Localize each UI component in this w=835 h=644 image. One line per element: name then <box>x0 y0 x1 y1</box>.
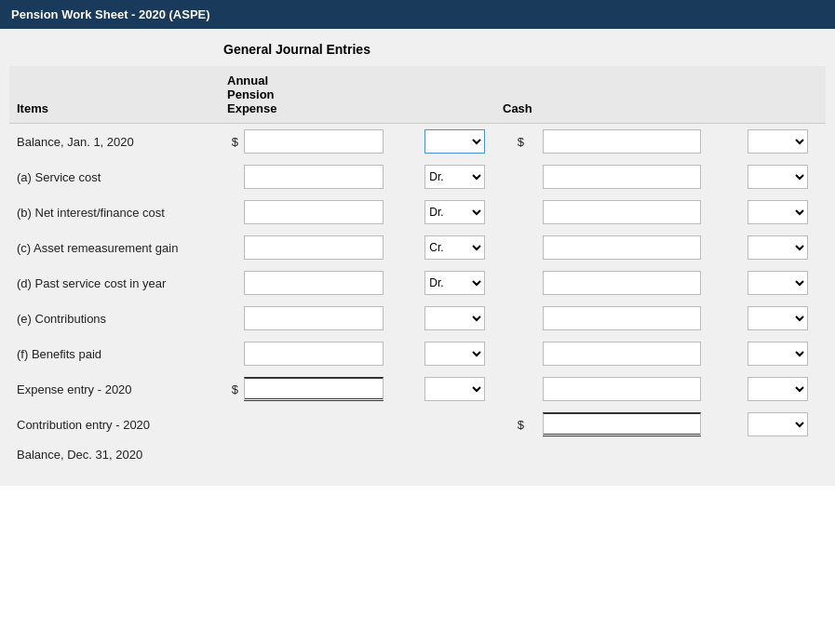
ape-select-asset-remeasurement[interactable]: Dr.Cr. <box>424 235 485 260</box>
label-balance-jan: Balance, Jan. 1, 2020 <box>9 124 223 159</box>
cash-input-balance-jan[interactable] <box>543 129 701 154</box>
label-contribution-entry: Contribution entry - 2020 <box>9 407 223 442</box>
label-service-cost: (a) Service cost <box>9 159 223 195</box>
cash-input-net-interest[interactable] <box>543 200 701 224</box>
cash-select-balance-jan[interactable]: Dr.Cr. <box>747 129 808 154</box>
ape-select-expense-entry[interactable]: Dr.Cr. <box>424 377 485 401</box>
table-row: Balance, Dec. 31, 2020 <box>9 442 826 467</box>
title-bar: Pension Work Sheet - 2020 (ASPE) <box>0 0 835 29</box>
ape-input-service-cost[interactable] <box>244 165 384 189</box>
label-contributions: (e) Contributions <box>9 301 223 336</box>
table-row: (d) Past service cost in yearDr.Cr.Dr.Cr… <box>9 265 826 301</box>
cash-input-contributions[interactable] <box>543 306 701 330</box>
table-row: (a) Service costDr.Cr.Dr.Cr. <box>9 159 826 195</box>
ape-input-net-interest[interactable] <box>244 200 384 224</box>
cash-input-asset-remeasurement[interactable] <box>543 235 701 260</box>
cash-select-benefits-paid[interactable]: Dr.Cr. <box>747 342 808 366</box>
cash-select-past-service-cost[interactable]: Dr.Cr. <box>747 271 808 295</box>
label-asset-remeasurement: (c) Asset remeasurement gain <box>9 230 223 265</box>
col-header-items: Items <box>9 101 223 115</box>
col-header-ape: Annual Pension Expense <box>223 74 447 115</box>
cash-select-net-interest[interactable]: Dr.Cr. <box>747 200 808 224</box>
label-net-interest: (b) Net interest/finance cost <box>9 195 223 230</box>
cash-select-contribution-entry[interactable]: Dr.Cr. <box>747 412 808 436</box>
table-row: (e) ContributionsDr.Cr.Dr.Cr. <box>9 301 826 336</box>
table-row: Balance, Jan. 1, 2020$Dr.Cr.$Dr.Cr. <box>9 124 826 159</box>
cash-input-expense-entry[interactable] <box>543 377 701 401</box>
ape-input-asset-remeasurement[interactable] <box>244 235 384 260</box>
ape-input-contributions[interactable] <box>244 306 384 330</box>
cash-input-contribution-entry[interactable] <box>543 412 701 436</box>
cash-select-contributions[interactable]: Dr.Cr. <box>747 306 808 330</box>
ape-input-past-service-cost[interactable] <box>244 271 384 295</box>
cash-select-service-cost[interactable]: Dr.Cr. <box>747 165 808 189</box>
table-row: (c) Asset remeasurement gainDr.Cr.Dr.Cr. <box>9 230 826 265</box>
cash-select-asset-remeasurement[interactable]: Dr.Cr. <box>747 235 808 260</box>
ape-input-expense-entry[interactable] <box>244 377 384 401</box>
label-expense-entry: Expense entry - 2020 <box>9 371 223 407</box>
label-benefits-paid: (f) Benefits paid <box>9 336 223 371</box>
ape-input-balance-jan[interactable] <box>244 129 384 154</box>
ape-select-benefits-paid[interactable]: Dr.Cr. <box>424 342 485 366</box>
cash-select-expense-entry[interactable]: Dr.Cr. <box>747 377 808 401</box>
section-title: General Journal Entries <box>223 42 826 57</box>
cash-input-past-service-cost[interactable] <box>543 271 701 295</box>
ape-select-contributions[interactable]: Dr.Cr. <box>424 306 485 330</box>
ape-select-past-service-cost[interactable]: Dr.Cr. <box>424 271 485 295</box>
ape-select-balance-jan[interactable]: Dr.Cr. <box>424 129 485 154</box>
table-row: Contribution entry - 2020$Dr.Cr. <box>9 407 826 442</box>
label-past-service-cost: (d) Past service cost in year <box>9 265 223 301</box>
table-row: (b) Net interest/finance costDr.Cr.Dr.Cr… <box>9 195 826 230</box>
col-header-cash: Cash <box>503 101 717 115</box>
cash-input-service-cost[interactable] <box>543 165 701 189</box>
cash-input-benefits-paid[interactable] <box>543 342 701 366</box>
label-balance-dec: Balance, Dec. 31, 2020 <box>9 442 223 467</box>
app-title: Pension Work Sheet - 2020 (ASPE) <box>11 7 210 21</box>
ape-select-service-cost[interactable]: Dr.Cr. <box>424 165 485 189</box>
ape-input-benefits-paid[interactable] <box>244 342 384 366</box>
table-row: Expense entry - 2020$Dr.Cr.Dr.Cr. <box>9 371 826 407</box>
ape-select-net-interest[interactable]: Dr.Cr. <box>424 200 485 224</box>
table-row: (f) Benefits paidDr.Cr.Dr.Cr. <box>9 336 826 371</box>
